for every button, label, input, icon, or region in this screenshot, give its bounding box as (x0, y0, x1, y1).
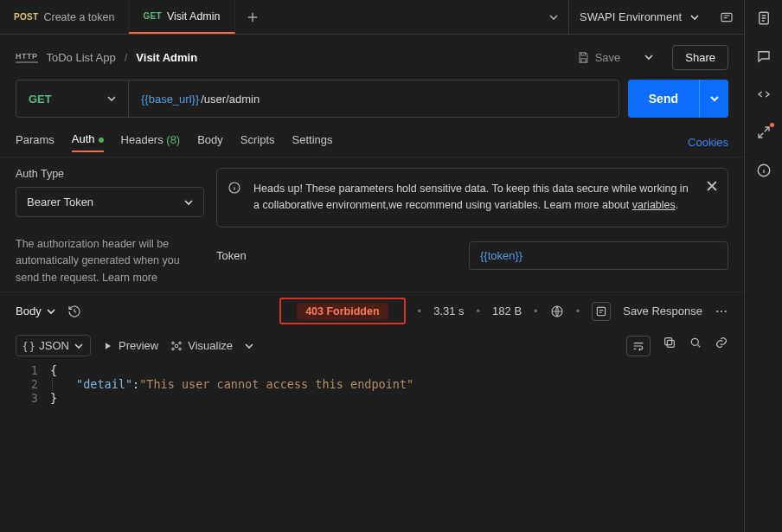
history-icon[interactable] (67, 304, 81, 318)
svg-rect-12 (667, 340, 674, 347)
tab-label: Visit Admin (167, 10, 221, 22)
subtab-scripts[interactable]: Scripts (240, 133, 275, 151)
svg-point-8 (172, 342, 174, 343)
tab-create-token[interactable]: POST Create a token (0, 0, 129, 34)
response-time: 3.31 s (433, 304, 464, 317)
svg-rect-13 (665, 337, 672, 344)
tab-visit-admin[interactable]: GET Visit Admin (129, 0, 234, 34)
meta-separator: • (418, 304, 422, 317)
braces-icon: { } (23, 339, 34, 352)
request-header: HTTP ToDo List App / Visit Admin Save Sh… (0, 35, 744, 80)
svg-point-14 (691, 338, 698, 345)
response-size: 182 B (492, 304, 522, 317)
copy-response-button[interactable] (663, 336, 676, 356)
visualize-label: Visualize (188, 339, 233, 352)
send-options-button[interactable] (699, 80, 728, 118)
url-input[interactable]: {{base_url}} /user/admin (129, 80, 619, 117)
token-label: Token (216, 249, 458, 262)
network-icon[interactable] (550, 304, 564, 318)
save-options-button[interactable] (638, 53, 660, 61)
response-more-button[interactable] (715, 304, 728, 318)
line-number: 3 (16, 391, 50, 405)
environment-quicklook-button[interactable] (709, 0, 744, 34)
preview-button[interactable]: Preview (103, 339, 158, 352)
subtab-headers-label: Headers (121, 133, 163, 146)
status-chip: 403 Forbidden (297, 303, 388, 320)
meta-separator: • (576, 304, 580, 317)
save-response-label: Save Response (623, 304, 702, 317)
expand-icon[interactable] (756, 125, 772, 140)
breadcrumb-separator: / (125, 51, 128, 64)
auth-panel: Auth Type Bearer Token The authorization… (0, 157, 744, 286)
code-icon[interactable] (756, 87, 772, 102)
method-badge: GET (143, 11, 161, 21)
http-method-select[interactable]: GET (16, 80, 129, 117)
subtab-body[interactable]: Body (197, 133, 223, 151)
variables-link[interactable]: variables (632, 199, 676, 211)
save-button[interactable]: Save (568, 46, 630, 69)
subtab-params[interactable]: Params (16, 133, 54, 151)
comments-icon[interactable] (756, 48, 772, 64)
line-number: 1 (16, 363, 50, 377)
response-body[interactable]: 1 { 2 "detail": "This user cannot access… (0, 363, 744, 413)
svg-point-11 (179, 348, 181, 349)
visualize-options-button[interactable] (245, 342, 253, 350)
meta-separator: • (534, 304, 538, 317)
documentation-icon[interactable] (756, 10, 772, 26)
new-tab-button[interactable] (235, 0, 270, 34)
subtab-settings[interactable]: Settings (292, 133, 333, 151)
json-brace: { (50, 363, 57, 377)
svg-point-10 (172, 348, 174, 349)
save-label: Save (595, 51, 621, 64)
save-example-icon[interactable] (592, 302, 611, 321)
method-badge: POST (14, 12, 38, 22)
link-icon[interactable] (715, 336, 728, 356)
preview-label: Preview (119, 339, 158, 352)
share-button[interactable]: Share (672, 45, 728, 70)
auth-type-value: Bearer Token (27, 195, 93, 208)
banner-period: . (676, 199, 678, 211)
subtab-headers[interactable]: Headers (8) (121, 133, 181, 151)
send-button[interactable]: Send (628, 80, 699, 118)
json-colon: : (132, 377, 139, 391)
auth-help-text: The authorization header will be automat… (16, 236, 204, 286)
line-number: 2 (16, 377, 50, 391)
token-input[interactable]: {{token}} (469, 241, 728, 270)
svg-point-6 (725, 311, 727, 312)
response-format-select[interactable]: { } JSON (16, 335, 91, 356)
auth-type-select[interactable]: Bearer Token (16, 187, 204, 217)
headers-count: (8) (166, 133, 180, 146)
breadcrumb-collection[interactable]: ToDo List App (47, 51, 116, 64)
svg-point-9 (179, 342, 181, 343)
tab-label: Create a token (43, 11, 114, 23)
svg-rect-3 (598, 307, 606, 315)
info-icon[interactable] (756, 163, 772, 178)
svg-point-4 (716, 311, 718, 312)
close-banner-button[interactable] (705, 179, 719, 193)
tabs-overflow-button[interactable] (539, 0, 568, 34)
response-toolbar: { } JSON Preview Visualize (0, 330, 744, 363)
url-bar: GET {{base_url}} /user/admin Send (0, 80, 744, 128)
banner-text: Heads up! These parameters hold sensitiv… (253, 183, 689, 211)
json-key: "detail" (76, 377, 132, 391)
cookies-link[interactable]: Cookies (688, 136, 728, 149)
environment-selector[interactable]: SWAPI Environment (568, 0, 709, 34)
visualize-button[interactable]: Visualize (170, 339, 233, 352)
request-subtabs: Params Auth Headers (8) Body Scripts Set… (0, 128, 744, 157)
svg-point-7 (175, 344, 178, 348)
info-icon (228, 181, 241, 195)
meta-separator: • (477, 304, 481, 317)
response-tab-body[interactable]: Body (16, 304, 55, 317)
save-response-button[interactable]: Save Response (623, 304, 702, 317)
json-string: "This user cannot access this endpoint" (139, 377, 413, 391)
request-tabs: POST Create a token GET Visit Admin SWAP… (0, 0, 744, 35)
json-brace: } (50, 391, 57, 405)
subtab-auth[interactable]: Auth (72, 132, 104, 152)
search-response-button[interactable] (689, 336, 702, 356)
right-sidebar (744, 0, 782, 532)
wrap-lines-button[interactable] (626, 336, 651, 356)
auth-active-indicator (99, 138, 104, 143)
url-path: /user/admin (201, 93, 260, 106)
sensitive-data-banner: Heads up! These parameters hold sensitiv… (216, 168, 728, 228)
breadcrumb-request: Visit Admin (136, 51, 197, 64)
